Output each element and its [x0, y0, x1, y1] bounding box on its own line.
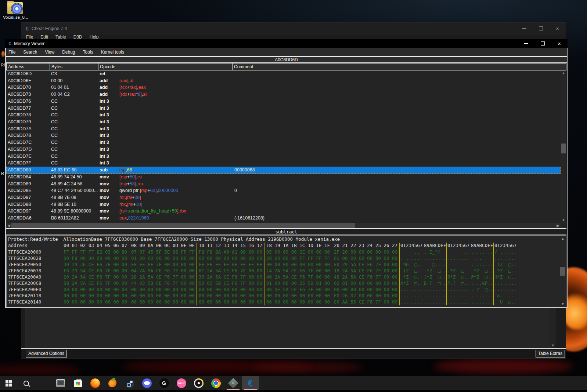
disasm-row[interactable]: A0C6DD7ECCint 3	[6, 153, 561, 160]
hex-bytes-group[interactable]: 14 2A 5A CE F6 7F 00 00	[264, 268, 332, 274]
disasm-column-address[interactable]: Address	[6, 63, 50, 70]
hex-bytes-group[interactable]: 05 00 00 00 2E 00 00 00	[264, 249, 332, 255]
hex-bytes-group[interactable]: 00 00 00 00 00 00 00 00	[129, 293, 197, 299]
maximize-button[interactable]	[533, 22, 549, 35]
disasm-row[interactable]: A0C6DD7DCCint 3	[6, 146, 561, 153]
taskbar-firefox[interactable]	[86, 376, 104, 390]
disasm-row[interactable]: A0C6DD79CCint 3	[6, 119, 561, 126]
hex-bytes-group[interactable]: 00 F8 00 00 00 00 00 00	[62, 255, 129, 262]
cheat-table-scrollbar[interactable]: ▼	[550, 306, 556, 348]
mv-menu-debug[interactable]: Debug	[62, 50, 75, 55]
disasm-row[interactable]: A0C6DD76CCint 3	[6, 98, 561, 105]
hex-bytes-group[interactable]: 30 2A 5A CE F6 7F 00 00	[197, 274, 264, 280]
disasm-row[interactable]: A0C6DD7300 04 C2add[rdx+rax*8],al	[6, 91, 561, 98]
cheat-engine-titlebar[interactable]: € Cheat Engine 7.4	[21, 22, 566, 35]
hex-bytes-group[interactable]: 18 2A 5A CE F6 7F 00 00	[332, 268, 400, 274]
cheat-table-list-panel[interactable]: ▼	[25, 306, 556, 348]
hex-bytes-group[interactable]: 00 00 00 00 00 00 00 00	[197, 255, 264, 262]
scrollbar-thumb[interactable]	[11, 223, 355, 228]
hex-bytes-group[interactable]: 00 00 00 00 00 00 00 00	[129, 287, 197, 293]
hex-bytes-group[interactable]: 80 AA 55 CE F6 7F 00 00	[332, 299, 400, 305]
disasm-row[interactable]: A0C6DD7CCCint 3	[6, 139, 561, 146]
scroll-down-icon[interactable]: ▼	[561, 218, 566, 223]
taskbar-logitech-g[interactable]: G	[155, 376, 173, 390]
hex-bytes-group[interactable]: 48 2A 5A CE F6 7F 00 00	[332, 274, 400, 280]
hex-bytes-group[interactable]: 40 2A 5A CE F6 7F 00 00	[264, 274, 332, 280]
mv-menu-search[interactable]: Search	[23, 50, 37, 55]
disasm-row[interactable]: A0C6DD77CCint 3	[6, 105, 561, 112]
mv-menu-kernel-tools[interactable]: Kernel tools	[101, 50, 124, 55]
scroll-down-icon[interactable]: ▼	[560, 301, 566, 306]
scroll-down-icon[interactable]: ▼	[550, 344, 556, 347]
minimize-button[interactable]	[518, 39, 534, 48]
taskbar-file-explorer[interactable]	[35, 376, 52, 390]
hex-bytes-group[interactable]: E0 26 07 00 00 00 00 00	[332, 293, 400, 299]
scrollbar-thumb[interactable]	[561, 144, 566, 153]
disasm-row[interactable]: A0C6DD78CCint 3	[6, 112, 561, 119]
taskbar-chrome[interactable]	[207, 376, 224, 390]
address-bar[interactable]: A0C6DD6D	[6, 56, 567, 63]
disasm-row[interactable]: A0C6DD7ACCint 3	[6, 126, 561, 133]
hexview-row[interactable]: 7FF6CEA200A020 2A 5A CE F6 7F 00 0028 2A…	[8, 274, 566, 280]
hex-bytes-group[interactable]: 07 07 45 5F 5E 66 FF FF	[129, 249, 197, 255]
hex-bytes-group[interactable]: 20 2A 5A CE F6 7F 00 00	[62, 274, 129, 280]
hex-bytes-group[interactable]: 01 00 00 00 00 00 00 00	[129, 255, 197, 262]
disasm-row[interactable]: A0C6DD7BCCint 3	[6, 132, 561, 139]
hexview-row[interactable]: 7FF6CEA200F000 00 00 00 00 00 00 0000 00…	[8, 287, 566, 293]
hex-bytes-group[interactable]: 00 00 00 00 00 00 00 00	[62, 287, 129, 293]
close-button[interactable]: ×	[551, 39, 568, 48]
taskbar-steam[interactable]	[121, 376, 138, 390]
hex-bytes-group[interactable]: FF FF FF FF 82 03 00 80	[62, 249, 129, 255]
taskbar-search[interactable]	[17, 376, 35, 390]
hex-bytes-group[interactable]: 00 00 00 00 00 00 00 00	[129, 299, 197, 305]
hex-bytes-group[interactable]: 00 00 00 00 00 00 00 00	[62, 299, 129, 305]
hex-bytes-group[interactable]: 01 00 00 00 25 50 01 00	[264, 280, 332, 287]
hex-bytes-group[interactable]: 00 00 00 00 00 00 00 00	[197, 287, 264, 293]
disasm-vertical-scrollbar[interactable]: ▲ ▼	[561, 70, 566, 223]
hex-bytes-group[interactable]: D0 39 36 CE F6 7F 00 00	[62, 262, 129, 268]
hexview-row[interactable]: 7FF6CEA200C858 2A 5A CE F6 7F 00 0044 03…	[8, 280, 566, 287]
hex-bytes-group[interactable]: 00 00 00 00 00 00 00 00	[332, 287, 400, 293]
hex-bytes-group[interactable]: 2F 20 00 00 00 00 00 00	[332, 249, 400, 255]
maximize-button[interactable]	[534, 39, 551, 48]
disasm-row[interactable]: A0C6DD8448 89 74 24 50mov[rsp+50],rsi	[6, 174, 561, 181]
hexview-row[interactable]: 7FF6CEA20078F8 29 5A CE F6 7F 00 0004 2A…	[8, 268, 566, 274]
scrollbar-thumb[interactable]	[560, 267, 565, 276]
hex-bytes-group[interactable]: 0C 2A 5A CE F6 7F 00 00	[197, 268, 264, 274]
taskbar-media-app[interactable]	[190, 376, 207, 390]
taskbar-start[interactable]	[0, 376, 17, 390]
taskbar-xenia[interactable]	[224, 376, 242, 390]
taskbar-discord[interactable]	[138, 376, 155, 390]
mv-menu-file[interactable]: File	[8, 50, 15, 55]
hex-bytes-group[interactable]: 00 00 00 00 00 00 00 00	[264, 299, 332, 305]
hex-bytes-group[interactable]: 00 00 00 00 00 00 00 00	[264, 262, 332, 268]
hex-bytes-group[interactable]: FF FF FF FF FF FF FF FF	[197, 262, 264, 268]
disasm-row[interactable]: A0C6DD9B48 8B 5E 10movrbx,[rsi+10]	[6, 201, 561, 208]
hexview-row[interactable]: 7FF6CEA2014000 00 00 00 00 00 00 0000 00…	[8, 299, 566, 305]
hex-bytes-group[interactable]: FF FF FF 7F 00 00 00 00	[129, 262, 197, 268]
disasm-row[interactable]: A0C6DDA6B8 60192A82moveax,822A1960(-1610…	[6, 215, 561, 222]
hex-bytes-group[interactable]: 58 2A 5A CE F6 7F 00 00	[62, 280, 129, 287]
hexview-row[interactable]: 7FF6CEA2002800 F8 00 00 00 00 00 0001 00…	[8, 255, 566, 262]
taskbar-fl-studio[interactable]	[104, 376, 121, 390]
disasm-row-selected[interactable]: A0C6DD8048 83 EC 68subrsp,6800000068	[6, 167, 561, 174]
disasm-row[interactable]: A0C6DD8948 89 4C 24 58mov[rsp+58],rcx	[6, 181, 561, 188]
hex-bytes-group[interactable]: 01 00 00 00 00 00 00 00	[332, 255, 400, 262]
hex-bytes-group[interactable]: F8 29 5A CE F6 7F 00 00	[62, 268, 129, 274]
minimize-button[interactable]	[516, 22, 533, 35]
desktop-icon-vocalise[interactable]: Vocali.se_8...	[3, 2, 27, 19]
close-button[interactable]: ×	[549, 22, 566, 35]
disasm-column-bytes[interactable]: Bytes	[50, 63, 98, 70]
mv-menu-tools[interactable]: Tools	[83, 50, 93, 55]
hex-bytes-group[interactable]: 00 00 00 00 00 00 00 00	[197, 293, 264, 299]
hex-bytes-group[interactable]: 08 DE 5A CE F6 7F 00 00	[264, 287, 332, 293]
table-extras-button[interactable]: Table Extras	[536, 350, 565, 357]
hex-bytes-group[interactable]: 00 00 00 00 00 00 00 00	[197, 299, 264, 305]
scroll-up-icon[interactable]: ▲	[561, 70, 566, 76]
taskbar-cheat-engine[interactable]: €	[242, 376, 259, 390]
hex-bytes-group[interactable]: 04 2A 5A CE F6 7F 00 00	[129, 268, 197, 274]
taskbar-microsoft-store[interactable]	[69, 376, 86, 390]
disasm-row[interactable]: A0C6DD6DC3ret	[6, 70, 561, 77]
hexview-row[interactable]: 7FF6CEA2011800 00 00 00 00 00 00 0000 00…	[8, 293, 566, 299]
hex-bytes-group[interactable]: F0 29 5A CE F6 7F 00 00	[332, 262, 400, 268]
